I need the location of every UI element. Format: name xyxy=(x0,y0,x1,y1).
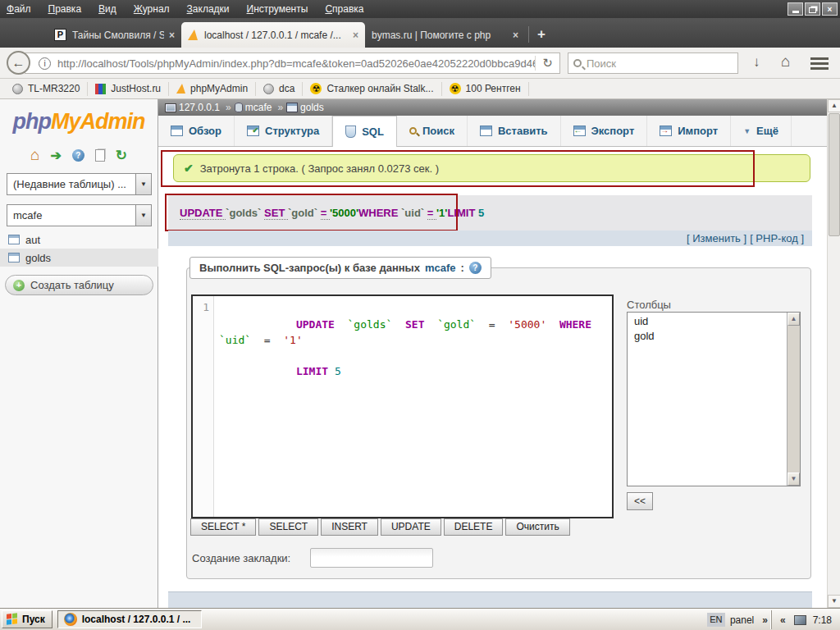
menu-item[interactable]: Справка xyxy=(325,3,363,15)
sql-action-button[interactable]: SELECT * xyxy=(190,518,256,536)
menu-item[interactable]: Файл xyxy=(7,3,31,15)
browser-tab[interactable]: bymas.ru | Помогите с php × xyxy=(365,22,525,48)
pma-tab[interactable]: Поиск xyxy=(397,116,468,146)
create-table-button[interactable]: + Создать таблицу xyxy=(5,275,153,295)
table-name[interactable]: aut xyxy=(25,234,40,246)
chevron-down-icon[interactable]: ▼ xyxy=(135,174,151,194)
bookmark-favicon-icon: ☢ xyxy=(450,83,461,94)
bookmark-item[interactable]: phpMyAdmin xyxy=(169,82,256,96)
pma-tab-icon xyxy=(345,126,356,138)
url-text[interactable]: http://localhost/Tools/phpMyAdmin/index.… xyxy=(57,57,535,70)
address-bar[interactable]: i http://localhost/Tools/phpMyAdmin/inde… xyxy=(25,52,560,74)
listbox-scrollbar[interactable]: ▲ ▼ xyxy=(787,313,800,486)
help-icon[interactable]: ? xyxy=(72,149,84,162)
sql-token: = xyxy=(321,207,330,220)
logout-icon[interactable]: ➔ xyxy=(50,148,61,163)
search-box[interactable] xyxy=(568,52,738,74)
pma-tab[interactable]: Экспорт xyxy=(561,116,648,146)
restore-icon[interactable] xyxy=(805,2,820,16)
sql-action-button[interactable]: INSERT xyxy=(321,518,378,536)
legend-database-link[interactable]: mcafe xyxy=(425,262,456,274)
table-name[interactable]: golds xyxy=(25,252,51,264)
minimize-icon[interactable] xyxy=(788,2,803,16)
tab-close-icon[interactable]: × xyxy=(513,30,518,41)
search-input[interactable] xyxy=(587,57,737,70)
column-option[interactable]: uid xyxy=(634,315,787,330)
scrollbar-thumb[interactable] xyxy=(829,113,840,236)
database-select[interactable]: mcafe ▼ xyxy=(7,204,152,226)
php-code-link[interactable]: [ PHP-код ] xyxy=(750,232,804,244)
scroll-down-icon[interactable]: ▼ xyxy=(788,472,800,486)
start-button[interactable]: Пуск xyxy=(2,610,52,628)
refresh-icon[interactable]: ↻ xyxy=(116,147,127,164)
sql-action-button[interactable]: UPDATE xyxy=(381,518,441,536)
editor-code[interactable]: UPDATE `golds` SET `gold` = '5000' WHERE… xyxy=(214,296,612,517)
browser-tab-active[interactable]: localhost / 127.0.0.1 / mcafe /... × xyxy=(181,22,365,48)
breadcrumb-table[interactable]: golds xyxy=(300,102,324,113)
scroll-up-icon[interactable]: ▲ xyxy=(828,99,840,112)
menu-hamburger-icon[interactable] xyxy=(810,57,829,70)
sql-action-button[interactable]: SELECT xyxy=(258,518,318,536)
insert-columns-button[interactable]: << xyxy=(627,492,653,510)
language-indicator[interactable]: EN xyxy=(707,613,725,627)
site-info-icon[interactable]: i xyxy=(39,57,51,70)
close-icon[interactable]: × xyxy=(822,2,838,16)
bookmark-label: JustHost.ru xyxy=(111,83,161,94)
help-icon[interactable]: ? xyxy=(469,262,482,274)
panel-label[interactable]: panel xyxy=(730,614,754,626)
bookmark-item[interactable]: ☢ 100 Рентген xyxy=(442,82,529,96)
tab-close-icon[interactable]: × xyxy=(353,30,358,41)
reload-icon[interactable]: ↻ xyxy=(535,56,559,71)
pma-tab[interactable]: Вставить xyxy=(468,116,561,146)
columns-listbox[interactable]: uidgold ▲ ▼ xyxy=(627,312,801,486)
bookmark-item[interactable]: JustHost.ru xyxy=(88,82,169,96)
edit-query-link[interactable]: [ Изменить ] xyxy=(687,232,746,244)
browser-tab[interactable]: P Тайны Смолвиля / Smallville ... × xyxy=(48,22,181,48)
chevron-right-icon[interactable]: » xyxy=(762,614,768,626)
menu-item[interactable]: Журнал xyxy=(134,3,170,15)
chevron-down-icon[interactable]: ▼ xyxy=(135,205,151,226)
bookmark-name-input[interactable] xyxy=(310,548,433,568)
pma-tab-label: Обзор xyxy=(189,125,221,137)
tab-close-icon[interactable]: × xyxy=(169,30,175,41)
taskbar-task-firefox[interactable]: localhost / 127.0.0.1 / ... xyxy=(57,610,202,628)
recent-tables-select[interactable]: (Недавние таблицы) ... ▼ xyxy=(7,173,152,195)
scroll-down-icon[interactable]: ▼ xyxy=(828,595,840,608)
search-icon xyxy=(573,59,582,67)
network-monitor-icon[interactable] xyxy=(794,615,806,625)
table-list-item[interactable]: golds xyxy=(0,249,158,267)
sql-action-button[interactable]: Очистить xyxy=(505,518,569,536)
scroll-up-icon[interactable]: ▲ xyxy=(788,313,800,326)
menu-item[interactable]: Правка xyxy=(48,3,82,15)
sql-token: = xyxy=(264,334,283,346)
chevron-left-icon[interactable]: « xyxy=(780,614,786,626)
bookmark-label: TL-MR3220 xyxy=(28,83,80,94)
pma-tab[interactable]: SQL xyxy=(332,116,397,147)
pma-tab[interactable]: Обзор xyxy=(158,116,235,146)
breadcrumb-server[interactable]: 127.0.0.1 xyxy=(179,102,220,113)
pma-tab[interactable]: ▼ Ещё xyxy=(731,116,792,146)
vertical-scrollbar[interactable]: ▲ ▼ xyxy=(827,99,840,608)
downloads-icon[interactable]: ↓ xyxy=(753,54,760,71)
menu-item[interactable]: Закладки xyxy=(187,3,230,15)
menu-item[interactable]: Вид xyxy=(98,3,116,15)
sql-token: UPDATE xyxy=(296,318,348,331)
bookmark-item[interactable]: dca xyxy=(256,82,303,96)
sql-token: = xyxy=(489,318,508,331)
menu-item[interactable]: Инструменты xyxy=(247,3,308,15)
sql-token: LIMIT xyxy=(296,365,335,377)
back-button[interactable]: ← xyxy=(7,51,30,75)
column-option[interactable]: gold xyxy=(634,330,787,345)
bookmark-item[interactable]: ☢ Сталкер онлайн Stalk... xyxy=(303,82,441,96)
new-tab-button[interactable]: + xyxy=(537,26,546,43)
docs-icon[interactable] xyxy=(95,149,105,162)
home-icon[interactable]: ⌂ xyxy=(30,146,39,164)
pma-tab[interactable]: Импорт xyxy=(647,116,731,146)
sql-editor[interactable]: 1 UPDATE `golds` SET `gold` = '5000' WHE… xyxy=(191,294,614,518)
table-list-item[interactable]: aut xyxy=(0,231,158,249)
pma-tab[interactable]: Структура xyxy=(235,116,332,146)
breadcrumb-database[interactable]: mcafe xyxy=(245,102,272,113)
sql-action-button[interactable]: DELETE xyxy=(444,518,504,536)
home-icon[interactable]: ⌂ xyxy=(781,52,790,71)
bookmark-item[interactable]: TL-MR3220 xyxy=(5,82,88,96)
